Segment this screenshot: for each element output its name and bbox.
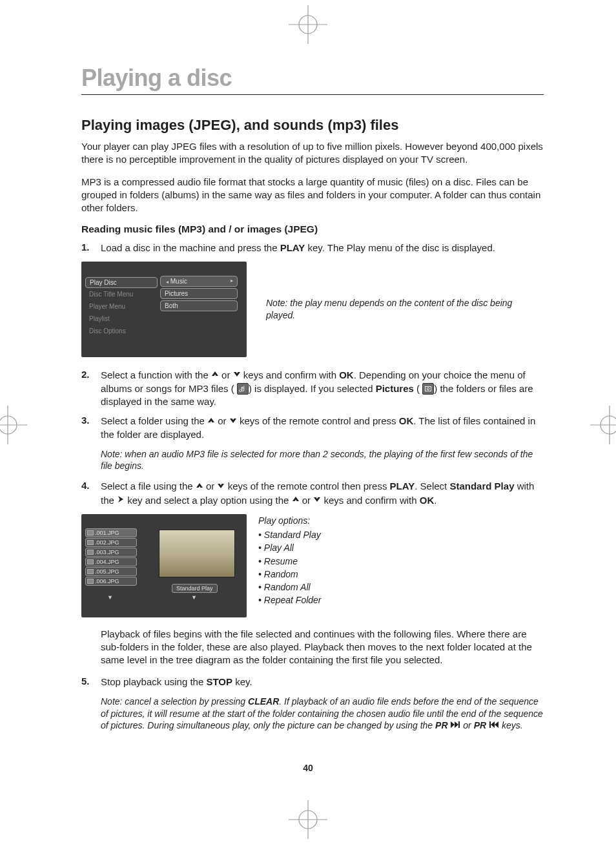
up-arrow-icon — [292, 493, 300, 506]
play-option: • Random — [258, 568, 322, 581]
play-options-list: Play options: • Standard Play • Play All… — [258, 514, 322, 607]
submenu-both: Both — [160, 300, 238, 311]
step-number: 4. — [81, 480, 101, 507]
step-2-text: Select a function with the or keys and c… — [101, 369, 544, 409]
chevron-down-icon: ▼ — [107, 594, 113, 601]
pr-key-label: PR — [435, 720, 447, 730]
crop-mark-right — [590, 406, 616, 444]
up-arrow-icon — [196, 480, 203, 493]
up-arrow-icon — [211, 368, 219, 381]
play-option: • Random All — [258, 581, 322, 594]
step-5-note: Note: cancel a selection by pressing CLE… — [101, 696, 544, 733]
text: . Select — [415, 481, 449, 491]
label: Play All — [264, 543, 294, 553]
right-arrow-icon — [117, 493, 125, 506]
play-option: • Standard Play — [258, 528, 322, 541]
text: or — [302, 495, 314, 506]
stop-key-label: STOP — [206, 676, 232, 687]
text: . — [434, 495, 436, 506]
svg-rect-15 — [489, 721, 491, 728]
text: keys of the remote control then press — [228, 481, 390, 491]
menu-item-disc-title: Disc Title Menu — [85, 288, 158, 300]
file-item: .002.JPG — [85, 538, 137, 547]
step-3-text: Select a folder using the or keys of the… — [101, 415, 544, 441]
play-option: • Resume — [258, 555, 322, 568]
text: key. The Play menu of the disc is displa… — [305, 242, 495, 253]
text: ) is displayed. If you selected — [249, 383, 376, 394]
text: keys. — [502, 720, 523, 730]
step-3: 3. Select a folder using the or keys of … — [81, 415, 544, 441]
menu-item-playlist: Playlist — [85, 313, 158, 325]
down-arrow-icon — [229, 415, 237, 428]
thumb-icon — [87, 569, 94, 574]
figure-1-note: Note: the play menu depends on the conte… — [266, 297, 544, 322]
down-arrow-icon — [217, 480, 225, 493]
thumb-icon — [87, 579, 94, 584]
label: Resume — [264, 556, 298, 566]
down-arrow-icon — [233, 368, 241, 381]
chevron-down-icon: ▼ — [191, 594, 197, 601]
label: Music — [170, 278, 187, 285]
up-arrow-icon — [207, 415, 215, 428]
filename: .006.JPG — [95, 578, 119, 584]
menu-item-play-disc: Play Disc — [85, 277, 158, 288]
step-4: 4. Select a file using the or keys of th… — [81, 480, 544, 507]
crop-mark-bottom — [289, 800, 327, 839]
step-number: 5. — [81, 676, 101, 688]
text: Stop playback using the — [101, 676, 206, 687]
text: Select a function with the — [101, 369, 211, 380]
text: keys and confirm with — [323, 495, 419, 506]
page-title: Playing a disc — [81, 65, 544, 95]
text: key and select a play option using the — [127, 495, 291, 506]
svg-rect-14 — [458, 721, 460, 728]
filename: .001.JPG — [95, 530, 119, 536]
text: key. — [232, 676, 252, 687]
prev-track-icon — [489, 719, 499, 732]
step-1-text: Load a disc in the machine and press the… — [101, 242, 544, 254]
label: Repeat Folder — [264, 595, 322, 605]
clear-key-label: CLEAR — [248, 696, 279, 707]
text: or — [218, 415, 229, 426]
text: or — [221, 369, 233, 380]
preview-image — [159, 530, 235, 577]
label: Random — [264, 569, 298, 579]
play-option: • Repeat Folder — [258, 594, 322, 606]
intro-paragraph-1: Your player can play JPEG files with a r… — [81, 140, 544, 167]
thumb-icon — [87, 550, 94, 555]
step-1: 1. Load a disc in the machine and press … — [81, 242, 544, 254]
music-file-icon — [237, 383, 249, 395]
thumb-icon — [87, 540, 94, 545]
file-item: .001.JPG — [85, 528, 137, 537]
text: Select a folder using the — [101, 415, 207, 426]
picture-file-icon — [422, 383, 434, 395]
step-3-note: Note: when an audio MP3 file is selected… — [101, 448, 544, 473]
pr-key-label: PR — [474, 720, 486, 730]
standard-play-label: Standard Play — [449, 481, 514, 491]
text: Note: cancel a selection by pressing — [101, 696, 248, 707]
text: keys of the remote control and press — [240, 415, 399, 426]
text: Select a file using the — [101, 481, 196, 491]
file-browser-screenshot: .001.JPG .002.JPG .003.JPG .004.JPG .005… — [81, 514, 247, 617]
play-key-label: PLAY — [280, 242, 305, 253]
play-option: • Play All — [258, 541, 322, 554]
step-number: 1. — [81, 242, 101, 254]
submenu-music: ◂ Music ▸ — [160, 276, 238, 287]
filename: .003.JPG — [95, 549, 119, 555]
thumb-icon — [87, 559, 94, 564]
label: Random All — [264, 582, 311, 592]
menu-item-player-menu: Player Menu — [85, 300, 158, 313]
filename: .004.JPG — [95, 559, 119, 565]
ok-key-label: OK — [420, 495, 435, 506]
step-number: 2. — [81, 369, 101, 409]
text: Load a disc in the machine and press the — [101, 242, 280, 253]
step-4-text: Select a file using the or keys of the r… — [101, 480, 544, 507]
step-number: 3. — [81, 415, 101, 441]
text: or — [206, 481, 218, 491]
file-item: .006.JPG — [85, 577, 137, 586]
play-options-heading: Play options: — [258, 514, 322, 527]
filename: .002.JPG — [95, 539, 119, 546]
step-4-continuation: Playback of files begins with the file s… — [101, 628, 544, 667]
file-item: .004.JPG — [85, 557, 137, 566]
next-track-icon — [450, 719, 460, 732]
filename: .005.JPG — [95, 568, 119, 575]
